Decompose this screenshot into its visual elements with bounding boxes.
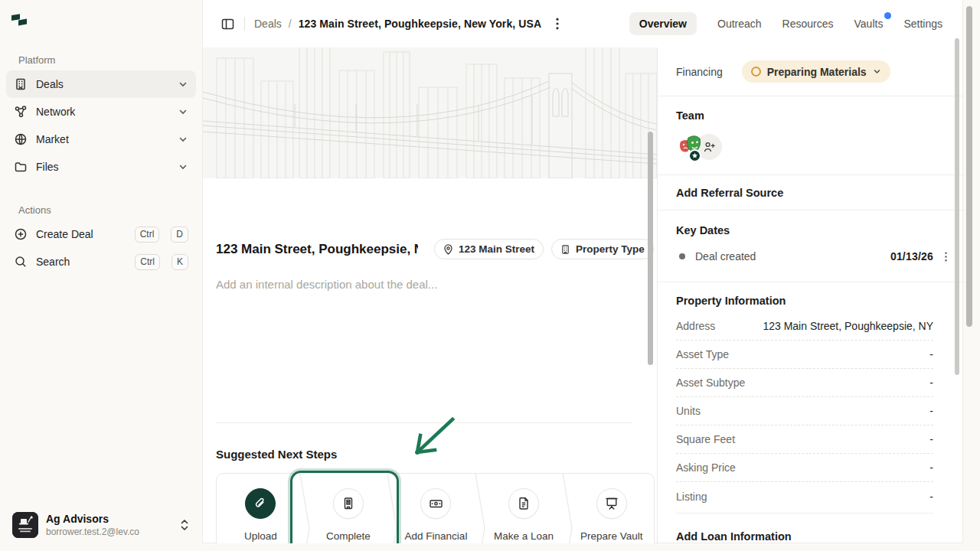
step-label: Upload Documents xyxy=(225,529,296,543)
step-complete-basic-deal-information[interactable]: Complete Basic Deal Information xyxy=(305,474,393,543)
property-row-value: - xyxy=(929,405,933,417)
breadcrumb-current: 123 Main Street, Poughkeepsie, New York,… xyxy=(299,18,541,30)
platform-section-label: Platform xyxy=(18,54,55,66)
step-add-financial-information[interactable]: Add Financial Information xyxy=(392,474,480,543)
map-pin-icon xyxy=(443,244,453,255)
main-canvas: Deals / 123 Main Street, Poughkeepsie, N… xyxy=(202,0,963,543)
actions-section-label: Actions xyxy=(18,204,51,216)
kbd-d: D xyxy=(171,227,188,243)
property-row-listing: Listing - xyxy=(676,482,933,510)
workspace-switcher[interactable]: Ag Advisors borrower.test.2@lev.co xyxy=(6,507,196,543)
chevron-down-icon xyxy=(178,79,188,90)
key-date-menu-button[interactable] xyxy=(937,248,954,265)
sidebar-toggle-button[interactable] xyxy=(217,13,238,34)
add-referral-source-row[interactable]: Add Referral Source xyxy=(658,175,964,210)
sidebar-item-label: Deals xyxy=(36,78,64,90)
financing-row: Financing Preparing Materials xyxy=(658,47,964,96)
tab-resources[interactable]: Resources xyxy=(782,18,834,30)
next-steps-list: Upload Documents Complete Basic Deal Inf… xyxy=(216,473,655,543)
building-icon xyxy=(560,244,570,255)
deal-details-panel: Financing Preparing Materials Team xyxy=(657,47,964,543)
breadcrumb-section[interactable]: Deals xyxy=(254,18,282,30)
deal-tabs: Overview Outreach Resources Vaults Setti… xyxy=(629,12,942,35)
property-row-asset-subtype: Asset Subtype - xyxy=(676,369,933,397)
step-icon-circle xyxy=(333,488,364,519)
page-vertical-scrollbar[interactable] xyxy=(966,6,972,327)
property-row-value: - xyxy=(929,348,933,360)
search-button[interactable]: Search Ctrl K xyxy=(6,248,196,276)
globe-icon xyxy=(14,132,28,146)
building-icon xyxy=(14,77,28,91)
description-input[interactable]: Add an internal description about the de… xyxy=(216,278,437,291)
add-loan-information-row[interactable]: Add Loan Information xyxy=(658,514,964,543)
team-avatars xyxy=(676,132,933,162)
actions-nav: Create Deal Ctrl D Search Ctrl K xyxy=(6,220,196,276)
step-prepare-vault[interactable]: Prepare Vault xyxy=(567,474,655,543)
breadcrumb-divider xyxy=(244,17,245,31)
content-vertical-scrollbar[interactable] xyxy=(648,132,653,365)
chevron-down-icon xyxy=(178,106,188,117)
property-row-asset-type: Asset Type - xyxy=(676,341,933,369)
tab-vaults-label: Vaults xyxy=(854,18,884,30)
folder-icon xyxy=(14,160,28,174)
deal-overview-column: 123 Main Street, Poughkeepsie, New York,… xyxy=(203,47,657,543)
step-upload-documents[interactable]: Upload Documents xyxy=(217,474,305,543)
kbd-k: K xyxy=(172,254,188,270)
address-badge[interactable]: 123 Main Street xyxy=(434,239,544,259)
deal-menu-button[interactable] xyxy=(547,14,567,34)
step-label: Prepare Vault xyxy=(577,529,647,543)
file-text-icon xyxy=(517,497,531,510)
property-row-label: Address xyxy=(676,320,715,332)
property-type-badge[interactable]: Property Type xyxy=(551,239,654,259)
property-row-label: Listing xyxy=(676,491,707,503)
notification-dot xyxy=(884,12,891,19)
sidebar-item-market[interactable]: Market xyxy=(6,126,196,153)
property-row-address: Address 123 Main Street, Poughkeepsie, N… xyxy=(676,312,933,341)
tab-settings[interactable]: Settings xyxy=(903,18,942,30)
plus-circle-icon xyxy=(14,227,28,241)
chevron-up-down-icon xyxy=(179,518,190,532)
magician-avatar-art-icon xyxy=(12,512,38,538)
financing-status-dropdown[interactable]: Preparing Materials xyxy=(742,60,890,83)
chevron-down-icon xyxy=(178,134,188,145)
sidebar-item-label: Network xyxy=(36,106,75,118)
tab-outreach[interactable]: Outreach xyxy=(717,18,762,30)
sidebar-item-deals[interactable]: Deals xyxy=(6,70,196,98)
sidebar-item-label: Market xyxy=(36,133,69,145)
key-dates-heading: Key Dates xyxy=(676,224,933,236)
address-badge-label: 123 Main Street xyxy=(459,243,534,255)
tab-vaults[interactable]: Vaults xyxy=(854,18,884,30)
banknote-icon xyxy=(429,497,443,510)
property-row-label: Square Feet xyxy=(676,433,735,445)
deal-cover-image xyxy=(203,47,657,178)
step-make-a-loan-request[interactable]: Make a Loan Request xyxy=(480,474,568,543)
presentation-icon xyxy=(605,497,619,510)
sidebar-item-files[interactable]: Files xyxy=(6,153,196,181)
sidebar-item-label: Files xyxy=(36,161,59,173)
kebab-menu-icon xyxy=(556,18,559,30)
key-date-value: 01/13/26 xyxy=(890,250,933,262)
step-label: Complete Basic Deal Information xyxy=(313,529,384,543)
add-referral-source-heading: Add Referral Source xyxy=(676,187,783,199)
create-deal-label: Create Deal xyxy=(36,228,93,240)
step-icon-circle xyxy=(245,488,276,519)
panel-vertical-scrollbar[interactable] xyxy=(955,38,959,375)
team-member-avatar[interactable] xyxy=(676,132,705,161)
lev-logo-icon xyxy=(10,11,28,30)
platform-nav: Deals Network Market Files xyxy=(6,70,196,181)
network-icon xyxy=(14,105,28,119)
sidebar-item-network[interactable]: Network xyxy=(6,98,196,126)
chevron-down-icon xyxy=(178,161,188,172)
property-information-section: Property Information Address 123 Main St… xyxy=(658,282,964,514)
property-information-heading: Property Information xyxy=(676,295,933,307)
deal-title-row: 123 Main Street, Poughkeepsie, New York,… xyxy=(216,239,645,259)
key-date-label: Deal created xyxy=(695,250,756,262)
add-loan-information-heading: Add Loan Information xyxy=(676,530,792,543)
key-dates-section: Key Dates Deal created 01/13/26 xyxy=(658,210,964,282)
property-row-label: Asset Subtype xyxy=(676,377,745,389)
bullet-dot-icon xyxy=(679,253,685,259)
step-icon-circle xyxy=(508,488,539,519)
tab-overview[interactable]: Overview xyxy=(629,12,697,35)
create-deal-button[interactable]: Create Deal Ctrl D xyxy=(6,220,196,248)
property-row-label: Units xyxy=(676,405,701,417)
